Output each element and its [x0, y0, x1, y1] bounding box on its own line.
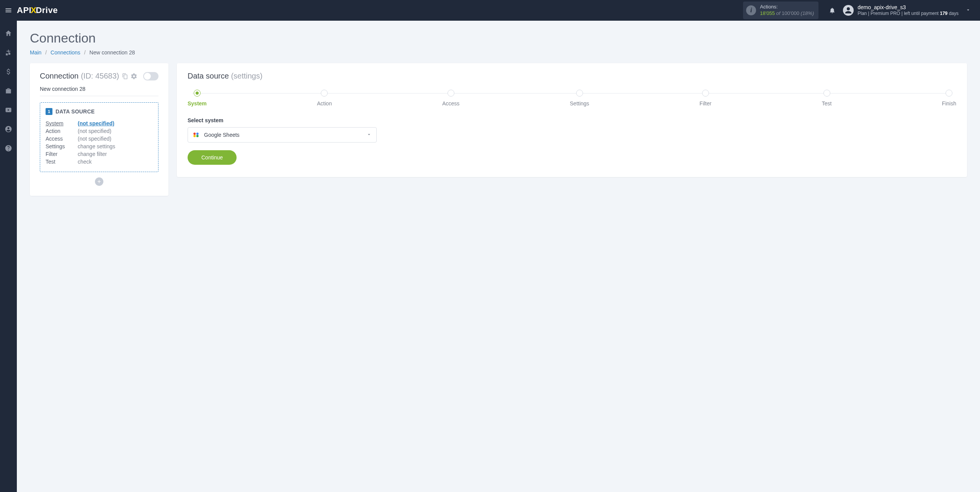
data-source-block: 1 DATA SOURCE System(not specified)Actio… — [40, 102, 158, 172]
svg-point-2 — [193, 135, 196, 137]
ds-row-key[interactable]: Filter — [46, 151, 70, 157]
step-label: System — [188, 100, 207, 107]
breadcrumb-connections[interactable]: Connections — [51, 49, 80, 56]
selected-system: Google Sheets — [204, 132, 366, 138]
actions-badge[interactable]: i Actions: 18'055 of 100'000 (18%) — [743, 2, 818, 19]
gear-icon — [131, 73, 137, 80]
step-label: Test — [822, 100, 832, 107]
ds-row-value[interactable]: (not specified) — [78, 120, 114, 126]
breadcrumb-current: New connection 28 — [90, 49, 135, 56]
step-finish[interactable]: Finish — [942, 90, 956, 107]
ds-row-key[interactable]: Action — [46, 128, 70, 134]
step-dot — [702, 90, 709, 97]
home-icon — [5, 30, 12, 37]
step-dot — [946, 90, 952, 97]
step-label: Filter — [699, 100, 711, 107]
main-title: Data source — [188, 72, 229, 80]
avatar — [843, 5, 854, 16]
nav-help[interactable] — [0, 143, 17, 154]
step-dot — [448, 90, 454, 97]
youtube-icon — [5, 106, 12, 114]
ds-row-access[interactable]: Access(not specified) — [46, 135, 153, 143]
ds-title: DATA SOURCE — [56, 108, 95, 115]
system-select[interactable]: Google Sheets — [188, 127, 377, 143]
nav-connections[interactable] — [0, 47, 17, 58]
side-title: Connection — [40, 72, 78, 80]
google-sheets-icon — [193, 131, 199, 138]
nav-home[interactable] — [0, 28, 17, 39]
step-dot — [576, 90, 583, 97]
ds-row-key[interactable]: Test — [46, 159, 70, 165]
step-settings[interactable]: Settings — [570, 90, 590, 107]
nav-projects[interactable] — [0, 85, 17, 97]
menu-toggle[interactable] — [0, 0, 17, 21]
continue-button[interactable]: Continue — [188, 150, 237, 165]
ds-row-key[interactable]: Access — [46, 136, 70, 142]
step-label: Settings — [570, 100, 590, 107]
ds-row-action[interactable]: Action(not specified) — [46, 127, 153, 135]
nav-billing[interactable] — [0, 66, 17, 77]
logo-post: Drive — [36, 5, 58, 15]
ds-number: 1 — [46, 108, 52, 115]
ds-row-value[interactable]: check — [78, 159, 92, 165]
step-dot — [321, 90, 328, 97]
svg-point-3 — [196, 135, 199, 137]
ds-row-filter[interactable]: Filterchange filter — [46, 150, 153, 158]
data-source-card: Data source (settings) SystemActionAcces… — [177, 63, 967, 177]
settings-button[interactable] — [131, 73, 137, 80]
user-menu[interactable]: demo_apix-drive_s3 Plan | Premium PRO | … — [839, 4, 976, 17]
info-icon: i — [746, 5, 756, 15]
question-icon — [5, 144, 12, 152]
nav-account[interactable] — [0, 123, 17, 135]
step-dot — [194, 90, 201, 97]
svg-point-0 — [193, 133, 196, 135]
nav-video[interactable] — [0, 104, 17, 116]
ds-row-value[interactable]: change settings — [78, 143, 115, 149]
breadcrumb-main[interactable]: Main — [30, 49, 41, 56]
ds-row-value[interactable]: (not specified) — [78, 128, 111, 134]
logo-pre: API — [17, 5, 31, 15]
ds-row-test[interactable]: Testcheck — [46, 158, 153, 166]
dollar-icon — [5, 68, 12, 75]
user-plan: Plan | Premium PRO | left until payment … — [858, 11, 959, 16]
side-id: (ID: 45683) — [81, 72, 119, 80]
ds-row-value[interactable]: change filter — [78, 151, 107, 157]
add-destination-button[interactable]: + — [95, 177, 103, 186]
top-header: APIXDrive i Actions: 18'055 of 100'000 (… — [0, 0, 980, 21]
page-title: Connection — [30, 31, 967, 46]
step-access[interactable]: Access — [442, 90, 459, 107]
step-filter[interactable]: Filter — [699, 90, 711, 107]
user-name: demo_apix-drive_s3 — [858, 4, 959, 11]
ds-row-key[interactable]: System — [46, 120, 70, 126]
actions-pct: (18%) — [801, 10, 814, 16]
ds-row-key[interactable]: Settings — [46, 143, 70, 149]
hamburger-icon — [5, 7, 12, 14]
page-content: Connection Main / Connections / New conn… — [17, 21, 980, 206]
chevron-down-icon — [366, 132, 372, 138]
user-circle-icon — [5, 125, 12, 133]
user-icon — [844, 6, 853, 15]
enable-toggle[interactable] — [143, 72, 158, 80]
left-nav — [0, 21, 17, 206]
ds-row-value[interactable]: (not specified) — [78, 136, 111, 142]
select-system-label: Select system — [188, 117, 956, 123]
logo-x: X — [31, 5, 36, 15]
actions-label: Actions: — [760, 4, 814, 10]
step-label: Access — [442, 100, 459, 107]
bell-icon — [829, 7, 836, 14]
connection-name[interactable]: New connection 28 — [40, 86, 158, 96]
step-label: Finish — [942, 100, 956, 107]
logo[interactable]: APIXDrive — [17, 5, 58, 15]
ds-row-system[interactable]: System(not specified) — [46, 120, 153, 127]
step-label: Action — [317, 100, 332, 107]
actions-total: 100'000 — [782, 10, 799, 16]
ds-row-settings[interactable]: Settingschange settings — [46, 143, 153, 150]
breadcrumb: Main / Connections / New connection 28 — [30, 49, 967, 56]
step-test[interactable]: Test — [822, 90, 832, 107]
step-system[interactable]: System — [188, 90, 207, 107]
chevron-down-icon — [965, 7, 971, 14]
copy-icon — [121, 73, 128, 80]
step-action[interactable]: Action — [317, 90, 332, 107]
copy-button[interactable] — [121, 73, 128, 80]
notifications-button[interactable] — [825, 7, 839, 14]
